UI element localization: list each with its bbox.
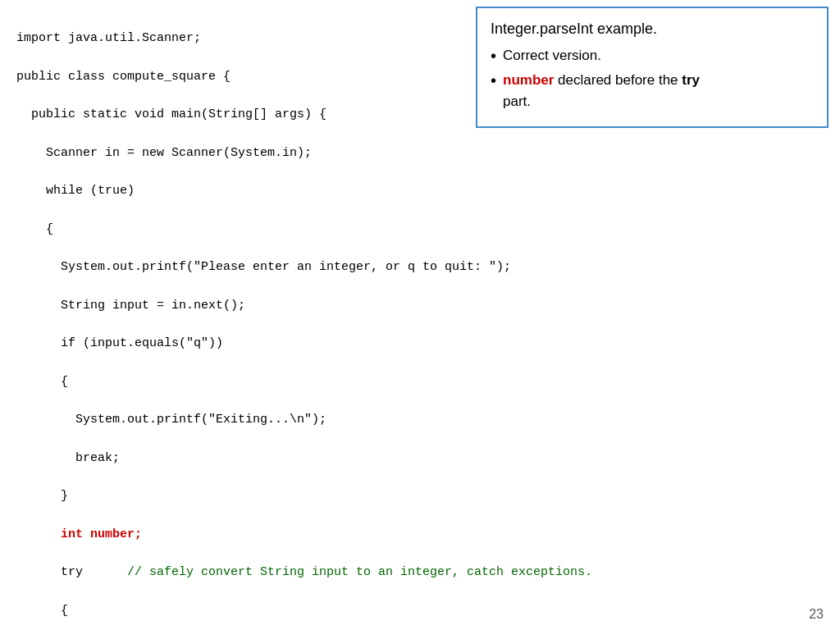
info-box: Integer.parseInt example. • Correct vers… <box>476 7 829 128</box>
main-container: Integer.parseInt example. • Correct vers… <box>0 0 840 630</box>
bullet-1-text: Correct version. <box>503 45 601 66</box>
code-line-8: String input = in.next(); <box>16 296 824 315</box>
code-line-5: while (true) <box>16 181 824 200</box>
info-list: • Correct version. • number declared bef… <box>491 45 814 112</box>
bullet-2-try: try <box>682 72 700 88</box>
code-line-12: break; <box>16 449 824 468</box>
bullet-2-number: number <box>503 72 554 88</box>
bullet-icon-2: • <box>491 70 496 91</box>
info-bullet-1: • Correct version. <box>491 45 814 66</box>
code-line-9: if (input.equals("q")) <box>16 334 824 353</box>
bullet-2-post: part. <box>503 94 531 109</box>
bullet-2-content: number declared before the try part. <box>503 70 700 112</box>
code-line-7: System.out.printf("Please enter an integ… <box>16 258 824 276</box>
code-line-16: { <box>16 601 824 620</box>
code-line-14: int number; <box>16 525 824 544</box>
code-line-6: { <box>16 220 824 239</box>
code-line-4: Scanner in = new Scanner(System.in); <box>16 144 824 162</box>
bullet-2-pre: declared before the <box>554 72 682 88</box>
bullet-icon-1: • <box>491 45 496 66</box>
page-number: 23 <box>809 607 824 622</box>
code-line-10: { <box>16 372 824 391</box>
code-line-13: } <box>16 486 824 505</box>
code-line-11: System.out.printf("Exiting...\n"); <box>16 410 824 429</box>
info-bullet-2: • number declared before the try part. <box>491 70 814 112</box>
code-line-15: try // safely convert String input to an… <box>16 563 824 582</box>
info-title: Integer.parseInt example. <box>491 18 814 40</box>
